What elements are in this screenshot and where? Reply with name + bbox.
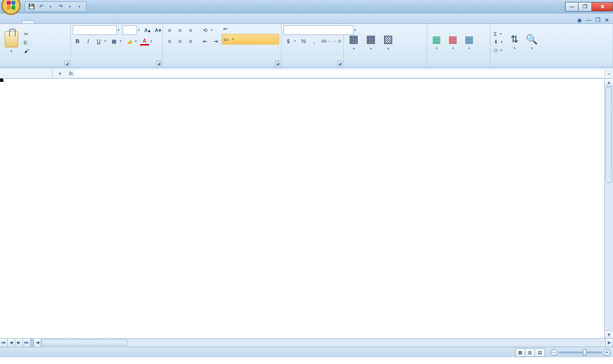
office-button[interactable] — [1, 0, 21, 15]
align-left-button[interactable]: ≡ — [165, 36, 174, 46]
conditional-formatting-button[interactable]: ▦▾ — [346, 25, 362, 59]
fill-color-button[interactable]: ◢ — [125, 36, 134, 46]
clipboard-dialog-icon[interactable]: ◢ — [64, 61, 69, 66]
tab-review[interactable] — [80, 21, 92, 23]
save-icon[interactable]: 💾 — [28, 3, 35, 11]
merge-center-button[interactable]: ▭▾ — [222, 34, 279, 45]
view-normal-button[interactable]: ▦ — [516, 349, 525, 356]
vscroll-thumb[interactable] — [606, 87, 612, 183]
number-format-combo[interactable] — [284, 25, 353, 35]
increase-decimal-button[interactable]: .00→ — [320, 36, 331, 46]
sheet-nav-next-icon[interactable]: ▶ — [15, 339, 23, 347]
italic-button[interactable]: I — [83, 36, 93, 46]
zoom-in-button[interactable]: + — [603, 349, 610, 356]
zoom-out-button[interactable]: − — [551, 349, 557, 356]
cell-styles-button[interactable]: ▨▾ — [380, 25, 396, 59]
ribbon-minimize-icon[interactable]: — — [586, 17, 591, 23]
find-select-button[interactable]: 🔍▾ — [523, 25, 541, 59]
paste-dropdown[interactable]: ▾ — [10, 49, 13, 53]
sheet-nav-prev-icon[interactable]: ◀ — [8, 339, 15, 347]
tab-formulas[interactable] — [57, 21, 69, 23]
close-button[interactable]: ✕ — [592, 2, 613, 11]
tab-home[interactable] — [22, 20, 34, 23]
decrease-decimal-button[interactable]: ←.0 — [332, 36, 342, 46]
clear-button[interactable]: ◇▾ — [492, 46, 506, 54]
tab-data[interactable] — [69, 21, 80, 23]
grow-font-button[interactable]: A▴ — [143, 25, 152, 35]
underline-button[interactable]: U — [94, 36, 103, 46]
minimize-button[interactable]: — — [565, 2, 579, 11]
font-name-combo[interactable] — [73, 25, 117, 35]
font-dialog-icon[interactable]: ◢ — [156, 61, 161, 66]
bold-button[interactable]: B — [73, 36, 82, 46]
font-color-dropdown[interactable]: ▾ — [150, 39, 154, 43]
borders-button[interactable]: ▦ — [109, 36, 119, 46]
accounting-format-button[interactable]: $ — [284, 36, 293, 46]
fx-icon[interactable]: fx — [67, 70, 75, 76]
sort-filter-button[interactable]: ⇅▾ — [508, 25, 522, 59]
redo-icon[interactable]: ↷ — [57, 3, 64, 11]
formula-input[interactable] — [75, 70, 604, 77]
tab-page-layout[interactable] — [46, 21, 57, 23]
zoom-slider-knob[interactable] — [583, 349, 587, 356]
increase-indent-button[interactable]: ⇥ — [211, 36, 220, 46]
format-as-table-button[interactable]: ▦▾ — [363, 25, 379, 59]
cut-button[interactable]: ✂ — [23, 31, 32, 38]
inner-close-icon[interactable]: ✕ — [604, 17, 609, 23]
undo-dropdown[interactable]: ▾ — [47, 3, 55, 11]
redo-dropdown[interactable]: ▾ — [66, 3, 74, 11]
sheet-nav-first-icon[interactable]: ⏮ — [0, 339, 8, 347]
horizontal-scrollbar[interactable]: ◀ ▶ — [34, 339, 613, 347]
autosum-button[interactable]: Σ▾ — [492, 31, 506, 37]
orientation-button[interactable]: ⟲ — [200, 25, 210, 35]
font-color-button[interactable]: A — [140, 37, 149, 46]
scroll-down-icon[interactable]: ▼ — [605, 330, 613, 338]
scroll-up-icon[interactable]: ▲ — [605, 79, 613, 86]
zoom-slider-track[interactable] — [559, 352, 602, 353]
worksheet-grid[interactable] — [0, 79, 604, 338]
maximize-button[interactable]: ❐ — [579, 2, 592, 11]
delete-cells-button[interactable]: ▦▾ — [445, 25, 460, 59]
view-page-break-button[interactable]: ▤ — [535, 349, 545, 356]
sheet-nav-last-icon[interactable]: ⏭ — [23, 339, 31, 347]
view-page-layout-button[interactable]: ▥ — [525, 349, 535, 356]
scroll-left-icon[interactable]: ◀ — [34, 339, 41, 347]
decrease-indent-button[interactable]: ⇤ — [200, 36, 210, 46]
fill-color-dropdown[interactable]: ▾ — [135, 39, 139, 43]
align-middle-button[interactable]: ≡ — [175, 25, 185, 35]
alignment-dialog-icon[interactable]: ◢ — [275, 61, 280, 66]
fill-button[interactable]: ⬇▾ — [492, 38, 506, 46]
undo-icon[interactable]: ↶ — [37, 3, 45, 11]
expand-formula-bar-icon[interactable]: ⌄ — [604, 70, 613, 76]
format-cells-button[interactable]: ▦▾ — [462, 25, 477, 59]
hscroll-thumb[interactable] — [41, 340, 127, 346]
paste-button[interactable]: ▾ — [2, 25, 21, 59]
qat-customize[interactable]: ▾ — [76, 3, 83, 11]
wrap-text-button[interactable]: ↩ — [222, 25, 279, 33]
borders-dropdown[interactable]: ▾ — [120, 39, 124, 43]
align-right-button[interactable]: ≡ — [186, 36, 195, 46]
underline-dropdown[interactable]: ▾ — [104, 39, 108, 43]
shrink-font-button[interactable]: A▾ — [153, 25, 163, 35]
align-bottom-button[interactable]: ≡ — [186, 25, 195, 35]
insert-cells-button[interactable]: ▦▾ — [429, 25, 444, 59]
tab-view[interactable] — [92, 21, 103, 23]
scroll-right-icon[interactable]: ▶ — [605, 339, 613, 347]
align-center-button[interactable]: ≡ — [175, 36, 185, 46]
align-top-button[interactable]: ≡ — [165, 25, 174, 35]
help-icon[interactable]: ◉ — [577, 17, 582, 23]
font-size-dropdown[interactable]: ▾ — [138, 28, 142, 32]
font-size-combo[interactable] — [123, 25, 137, 35]
copy-button[interactable]: ⎘ — [23, 39, 32, 46]
orientation-dropdown[interactable]: ▾ — [211, 28, 215, 32]
format-painter-button[interactable]: 🖌 — [23, 47, 32, 54]
tab-insert[interactable] — [34, 21, 46, 23]
comma-button[interactable]: , — [309, 36, 319, 46]
percent-button[interactable]: % — [299, 36, 308, 46]
inner-restore-icon[interactable]: ❐ — [595, 17, 601, 23]
merge-dropdown[interactable]: ▾ — [232, 37, 236, 41]
cancel-formula-icon[interactable]: ● — [56, 70, 64, 76]
vertical-scrollbar[interactable]: ▲ ▼ — [604, 79, 613, 338]
number-dialog-icon[interactable]: ◢ — [337, 61, 342, 66]
accounting-dropdown[interactable]: ▾ — [294, 39, 298, 43]
